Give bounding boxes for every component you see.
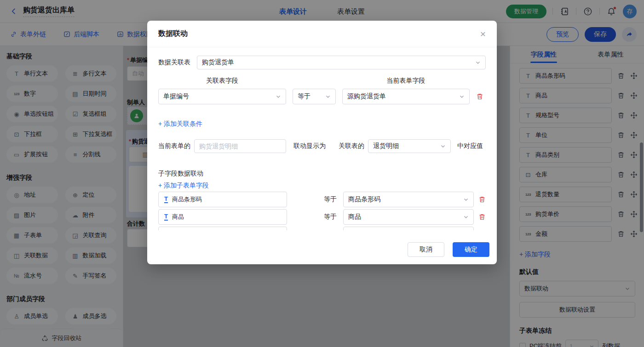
relation-table-label: 数据关联表 bbox=[158, 58, 190, 67]
modal-title: 数据联动 bbox=[158, 29, 188, 39]
delete-subfield-trash-icon[interactable] bbox=[478, 196, 486, 203]
subfield-field-box[interactable]: T 商品条形码 bbox=[158, 192, 287, 207]
chevron-down-icon bbox=[459, 94, 465, 99]
subfield-target-select[interactable]: 商品 bbox=[343, 209, 474, 225]
modal-header: 数据联动 × bbox=[147, 21, 497, 47]
chevron-down-icon bbox=[475, 60, 481, 65]
corresponding-value-label: 中对应值 bbox=[457, 142, 483, 150]
add-condition-link[interactable]: + 添加关联条件 bbox=[158, 120, 202, 128]
col-header-related-field: 关联表字段 bbox=[158, 77, 286, 85]
modal-footer: 取消 确定 bbox=[408, 242, 489, 257]
current-form-label: 当前表单的 bbox=[158, 142, 190, 150]
close-button[interactable]: × bbox=[480, 29, 486, 39]
display-name-input[interactable] bbox=[194, 139, 286, 153]
chevron-down-icon bbox=[463, 214, 469, 220]
chevron-down-icon bbox=[463, 197, 469, 202]
text-icon: T bbox=[164, 213, 168, 221]
modal-body: 数据关联表 购货退货单 关联表字段 当前表单字段 单据编号 等于 bbox=[147, 47, 497, 230]
delete-condition-trash-icon[interactable] bbox=[476, 93, 483, 100]
subfield-rows: T 商品条形码 等于 商品条形码 T 商品 等于 bbox=[158, 192, 486, 230]
related-field-select[interactable]: 退货明细 bbox=[368, 139, 451, 153]
add-subfield-link[interactable]: + 添加子表单字段 bbox=[158, 182, 209, 190]
delete-subfield-trash-icon[interactable] bbox=[478, 213, 486, 221]
condition-operator-select[interactable]: 等于 bbox=[293, 89, 336, 104]
chevron-down-icon bbox=[440, 143, 446, 149]
condition-row: 单据编号 等于 源购货退货单 bbox=[158, 89, 486, 104]
subfield-target-select[interactable] bbox=[343, 227, 474, 230]
relation-table-row: 数据关联表 购货退货单 bbox=[158, 56, 486, 69]
text-icon: T bbox=[164, 196, 168, 203]
chevron-down-icon bbox=[325, 94, 331, 99]
subfield-target-select[interactable]: 商品条形码 bbox=[343, 192, 474, 207]
subfield-field-box[interactable]: T 商品 bbox=[158, 209, 287, 225]
col-header-current-field: 当前表单字段 bbox=[342, 77, 470, 85]
condition-column-headers: 关联表字段 当前表单字段 bbox=[158, 77, 486, 85]
confirm-button[interactable]: 确定 bbox=[453, 242, 489, 257]
subfield-row: T 商品 等于 商品 bbox=[158, 209, 486, 225]
subfield-operator: 等于 bbox=[324, 195, 338, 204]
subfield-linkage-title: 子字段数据联动 bbox=[158, 170, 486, 178]
display-mapping-row: 当前表单的 联动显示为 关联表的 退货明细 中对应值 bbox=[158, 139, 486, 153]
chevron-down-icon bbox=[276, 94, 281, 99]
subfield-field-box[interactable] bbox=[158, 227, 287, 230]
data-linkage-modal: 数据联动 × 数据关联表 购货退货单 关联表字段 当前表单字段 单据编号 bbox=[147, 21, 497, 264]
condition-target-select[interactable]: 源购货退货单 bbox=[342, 89, 470, 104]
subfield-row-clipped bbox=[158, 227, 486, 230]
subfield-row: T 商品条形码 等于 商品条形码 bbox=[158, 192, 486, 207]
app-root: 购货退货出库单 表单设计 表单设置 数据管理 存 bbox=[0, 0, 644, 347]
linkage-display-label: 联动显示为 bbox=[293, 142, 326, 150]
subfield-operator: 等于 bbox=[324, 213, 338, 221]
relation-table-select[interactable]: 购货退货单 bbox=[197, 56, 486, 69]
related-table-label: 关联表的 bbox=[339, 142, 364, 150]
condition-field-select[interactable]: 单据编号 bbox=[158, 89, 286, 104]
cancel-button[interactable]: 取消 bbox=[408, 242, 444, 257]
